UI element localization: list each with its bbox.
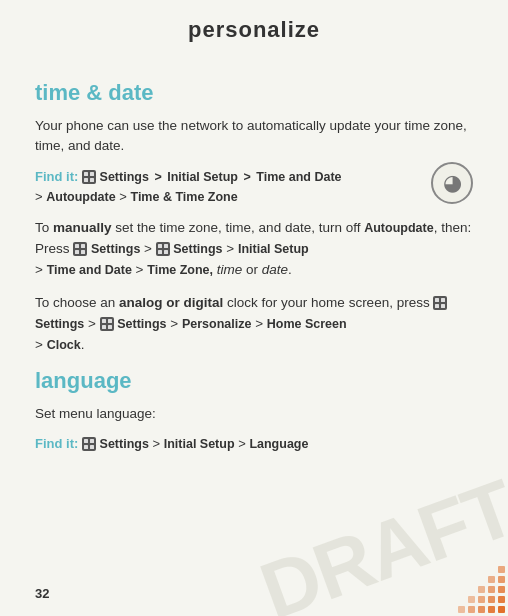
- nav-icon-1: [82, 170, 96, 184]
- svg-rect-50: [435, 298, 439, 302]
- svg-rect-70: [478, 596, 485, 603]
- language-section: language Set menu language: Find it: Set…: [35, 368, 473, 455]
- svg-rect-74: [488, 586, 495, 593]
- svg-rect-71: [488, 596, 495, 603]
- svg-rect-60: [84, 439, 88, 443]
- svg-rect-54: [100, 317, 114, 331]
- language-title: language: [35, 368, 473, 394]
- page-number: 32: [35, 586, 49, 601]
- svg-rect-47: [158, 250, 162, 254]
- svg-rect-61: [90, 439, 94, 443]
- round-icon: ◕: [431, 162, 473, 204]
- svg-rect-46: [164, 244, 168, 248]
- svg-rect-73: [478, 586, 485, 593]
- find-it-line-2: Find it: Settings > Initial Setup > Lang…: [35, 434, 473, 455]
- svg-rect-57: [102, 325, 106, 329]
- analog-digital-paragraph: To choose an analog or digital clock for…: [35, 293, 473, 356]
- svg-rect-67: [488, 606, 495, 613]
- page-title: personalize: [188, 17, 320, 43]
- nav-icon-3: [156, 242, 170, 256]
- svg-rect-77: [498, 576, 505, 583]
- language-intro: Set menu language:: [35, 404, 473, 424]
- svg-rect-64: [458, 606, 465, 613]
- find-it-label-2: Find it:: [35, 436, 78, 451]
- svg-rect-36: [90, 172, 94, 176]
- time-date-section: time & date Your phone can use the netwo…: [35, 80, 473, 356]
- svg-rect-55: [102, 319, 106, 323]
- svg-rect-48: [164, 250, 168, 254]
- svg-rect-56: [108, 319, 112, 323]
- svg-rect-39: [73, 242, 87, 256]
- page-wrapper: personalize time & date Your phone can u…: [0, 0, 508, 616]
- svg-rect-37: [84, 178, 88, 182]
- svg-rect-43: [81, 250, 85, 254]
- svg-rect-45: [158, 244, 162, 248]
- time-date-intro: Your phone can use the network to automa…: [35, 116, 473, 157]
- svg-rect-72: [498, 596, 505, 603]
- page-header: personalize: [0, 0, 508, 60]
- round-icon-symbol: ◕: [443, 170, 462, 196]
- svg-rect-68: [498, 606, 505, 613]
- svg-rect-52: [435, 304, 439, 308]
- svg-rect-58: [108, 325, 112, 329]
- time-date-title: time & date: [35, 80, 473, 106]
- svg-rect-44: [156, 242, 170, 256]
- svg-rect-78: [498, 566, 505, 573]
- svg-rect-35: [84, 172, 88, 176]
- svg-rect-51: [441, 298, 445, 302]
- find-it-block-1: Find it: Settings > Initial Setup > Time…: [35, 167, 473, 209]
- deco-bottom-right: [448, 556, 508, 616]
- svg-rect-63: [90, 445, 94, 449]
- main-content: time & date Your phone can use the netwo…: [0, 60, 508, 485]
- svg-rect-53: [441, 304, 445, 308]
- find-it-line-1: Find it: Settings > Initial Setup > Time…: [35, 167, 473, 209]
- svg-rect-41: [81, 244, 85, 248]
- svg-rect-69: [468, 596, 475, 603]
- svg-rect-65: [468, 606, 475, 613]
- svg-rect-49: [433, 296, 447, 310]
- nav-icon-6: [82, 437, 96, 451]
- find-it-label-1: Find it:: [35, 169, 78, 184]
- nav-icon-5: [100, 317, 114, 331]
- nav-icon-4: [433, 296, 447, 310]
- svg-rect-59: [82, 437, 96, 451]
- svg-rect-34: [82, 170, 96, 184]
- svg-rect-76: [488, 576, 495, 583]
- svg-rect-40: [75, 244, 79, 248]
- manually-paragraph: To manually set the time zone, time, and…: [35, 218, 473, 281]
- svg-rect-66: [478, 606, 485, 613]
- svg-rect-62: [84, 445, 88, 449]
- svg-rect-75: [498, 586, 505, 593]
- svg-rect-38: [90, 178, 94, 182]
- nav-icon-2: [73, 242, 87, 256]
- svg-rect-42: [75, 250, 79, 254]
